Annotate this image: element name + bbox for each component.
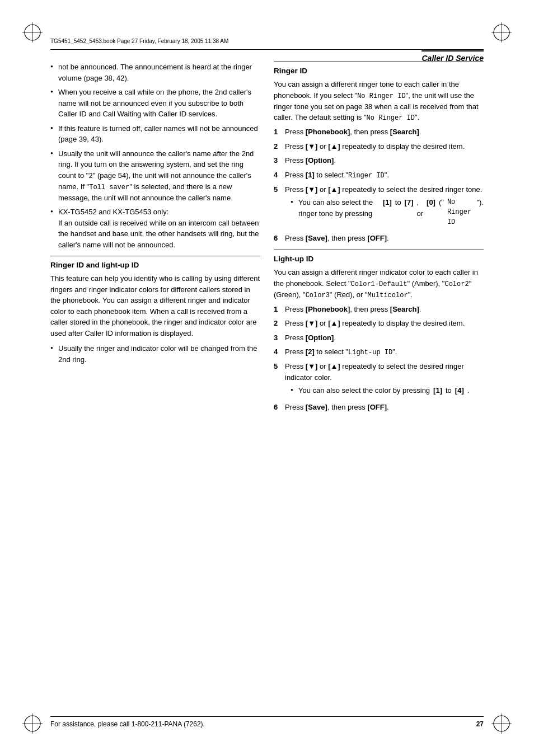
lightup-step-6: 6 Press [Save], then press [OFF].	[274, 402, 484, 413]
step-content: Press [Save], then press [OFF].	[285, 233, 484, 244]
step-content: Press [▼] or [▲] repeatedly to select th…	[285, 184, 484, 230]
lightup-id-steps: 1 Press [Phonebook], then press [Search]…	[274, 304, 484, 413]
step-content: Press [2] to select "Light-up ID".	[285, 346, 484, 358]
ringer-id-intro: You can assign a different ringer tone t…	[274, 79, 484, 123]
ringer-step-1: 1 Press [Phonebook], then press [Search]…	[274, 126, 484, 138]
lightup-bullet-1: Usually the ringer and indicator color w…	[50, 343, 260, 365]
step-num: 2	[274, 318, 282, 329]
step-content: Press [Phonebook], then press [Search].	[285, 126, 484, 138]
lightup-id-heading: Light-up ID	[274, 250, 484, 265]
lightup-step-4: 4 Press [2] to select "Light-up ID".	[274, 346, 484, 358]
left-column: not be announced. The announcement is he…	[50, 62, 260, 700]
step-num: 5	[274, 361, 282, 398]
corner-mark-bl	[22, 713, 43, 734]
corner-mark-tr	[491, 22, 512, 43]
step-num: 3	[274, 332, 282, 344]
step-num: 2	[274, 141, 282, 152]
top-rule	[50, 49, 484, 50]
page-number: 27	[476, 720, 484, 728]
page-title: Caller ID Service	[421, 50, 484, 63]
step-content: Press [Option].	[285, 332, 484, 344]
step-content: Press [▼] or [▲] repeatedly to select th…	[285, 361, 484, 398]
step-num: 6	[274, 402, 282, 413]
step-num: 4	[274, 170, 282, 181]
bullet-item-1: not be announced. The announcement is he…	[50, 62, 260, 83]
right-column: Ringer ID You can assign a different rin…	[274, 62, 484, 700]
corner-mark-br	[491, 713, 512, 734]
ringer-step-5-subbullets: You can also select the ringer tone by p…	[291, 197, 484, 227]
lightup-id-intro: You can assign a different ringer indica…	[274, 267, 484, 300]
header-meta: TG5451_5452_5453.book Page 27 Friday, Fe…	[50, 38, 228, 44]
ringer-step-2: 2 Press [▼] or [▲] repeatedly to display…	[274, 141, 484, 152]
ringer-step-5-sub1: You can also select the ringer tone by p…	[291, 197, 484, 227]
main-content: not be announced. The announcement is he…	[50, 62, 484, 700]
step-num: 5	[274, 184, 282, 230]
ringer-id-heading: Ringer ID	[274, 62, 484, 77]
lightup-step-5-sub1: You can also select the color by pressin…	[291, 385, 484, 396]
lightup-sub-bullets: Usually the ringer and indicator color w…	[50, 343, 260, 365]
step-content: Press [▼] or [▲] repeatedly to display t…	[285, 318, 484, 329]
step-num: 3	[274, 155, 282, 166]
intro-bullet-list: not be announced. The announcement is he…	[50, 62, 260, 250]
ringer-id-lightup-intro: This feature can help you identify who i…	[50, 273, 260, 339]
ringer-id-steps: 1 Press [Phonebook], then press [Search]…	[274, 126, 484, 244]
ringer-id-lightup-heading: Ringer ID and light-up ID	[50, 256, 260, 271]
step-num: 6	[274, 233, 282, 244]
step-content: Press [Phonebook], then press [Search].	[285, 304, 484, 315]
bullet-item-4: Usually the unit will announce the calle…	[50, 148, 260, 204]
footer: For assistance, please call 1-800-211-PA…	[50, 716, 484, 728]
step-num: 4	[274, 346, 282, 358]
ringer-step-4: 4 Press [1] to select "Ringer ID".	[274, 170, 484, 181]
lightup-step-2: 2 Press [▼] or [▲] repeatedly to display…	[274, 318, 484, 329]
footer-text: For assistance, please call 1-800-211-PA…	[50, 720, 205, 728]
bullet-item-3: If this feature is turned off, caller na…	[50, 123, 260, 145]
ringer-step-6: 6 Press [Save], then press [OFF].	[274, 233, 484, 244]
bullet-item-2: When you receive a call while on the pho…	[50, 87, 260, 120]
step-num: 1	[274, 304, 282, 315]
ringer-step-5: 5 Press [▼] or [▲] repeatedly to select …	[274, 184, 484, 230]
page: TG5451_5452_5453.book Page 27 Friday, Fe…	[0, 0, 534, 756]
lightup-step-5: 5 Press [▼] or [▲] repeatedly to select …	[274, 361, 484, 398]
step-content: Press [Option].	[285, 155, 484, 166]
step-content: Press [▼] or [▲] repeatedly to display t…	[285, 141, 484, 152]
step-num: 1	[274, 126, 282, 138]
lightup-step-5-subbullets: You can also select the color by pressin…	[291, 385, 484, 396]
header-line: TG5451_5452_5453.book Page 27 Friday, Fe…	[50, 38, 228, 44]
step-content: Press [Save], then press [OFF].	[285, 402, 484, 413]
lightup-step-1: 1 Press [Phonebook], then press [Search]…	[274, 304, 484, 315]
bullet-item-5: KX-TG5452 and KX-TG5453 only:If an outsi…	[50, 206, 260, 250]
ringer-step-3: 3 Press [Option].	[274, 155, 484, 166]
step-content: Press [1] to select "Ringer ID".	[285, 170, 484, 181]
lightup-step-3: 3 Press [Option].	[274, 332, 484, 344]
corner-mark-tl	[22, 22, 43, 43]
